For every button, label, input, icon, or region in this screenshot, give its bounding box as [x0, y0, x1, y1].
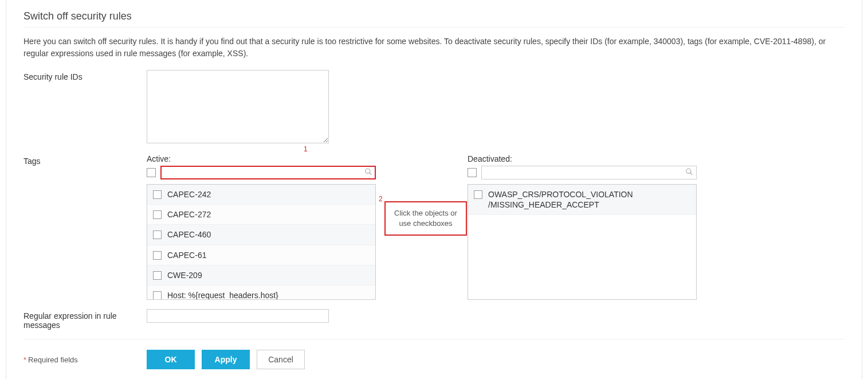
- list-item[interactable]: CAPEC-460: [147, 225, 375, 245]
- item-label: OWASP_CRS/PROTOCOL_VIOLATION /MISSING_HE…: [488, 189, 690, 210]
- rule-ids-textarea[interactable]: [147, 70, 329, 143]
- annotation-1: 1: [304, 146, 308, 153]
- button-row: *Required fields OK Apply Cancel: [23, 339, 845, 369]
- list-item[interactable]: OWASP_CRS/PROTOCOL_VIOLATION /MISSING_HE…: [468, 185, 696, 215]
- item-label: CAPEC-242: [167, 189, 370, 200]
- item-label: CAPEC-460: [167, 229, 370, 240]
- item-label: CAPEC-272: [167, 209, 370, 220]
- annotation-2: 2: [379, 196, 383, 202]
- row-tags: Tags 1 2 Active:: [23, 154, 845, 300]
- item-checkbox[interactable]: [153, 271, 162, 280]
- required-fields-note: *Required fields: [23, 355, 147, 364]
- deactivated-list[interactable]: OWASP_CRS/PROTOCOL_VIOLATION /MISSING_HE…: [468, 184, 697, 300]
- hint-callout: Click the objects or use checkboxes: [384, 201, 467, 236]
- row-regex: Regular expression in rule messages: [23, 309, 845, 330]
- deactivated-search-input[interactable]: [481, 166, 697, 179]
- tags-label: Tags: [23, 154, 147, 166]
- list-item[interactable]: CAPEC-61: [147, 245, 375, 265]
- deactivated-select-all-checkbox[interactable]: [468, 168, 477, 177]
- list-item[interactable]: CAPEC-242: [147, 185, 375, 205]
- item-checkbox[interactable]: [153, 251, 162, 260]
- required-star-icon: *: [23, 355, 26, 364]
- ok-button[interactable]: OK: [147, 350, 195, 369]
- regex-input[interactable]: [147, 309, 329, 323]
- tags-active-column: Active:: [147, 154, 376, 300]
- item-checkbox[interactable]: [153, 291, 162, 300]
- required-fields-label: Required fields: [28, 355, 78, 364]
- item-label: CWE-209: [167, 270, 370, 280]
- item-label: CAPEC-61: [167, 250, 370, 260]
- cancel-button[interactable]: Cancel: [257, 350, 305, 369]
- item-checkbox[interactable]: [474, 190, 482, 199]
- item-label: Host: %{request_headers.host}: [167, 290, 370, 300]
- item-checkbox[interactable]: [153, 230, 162, 239]
- item-checkbox[interactable]: [153, 210, 162, 219]
- apply-button[interactable]: Apply: [202, 350, 250, 369]
- tags-deactivated-label: Deactivated:: [468, 154, 697, 163]
- tags-container: 1 2 Active:: [147, 154, 845, 300]
- row-rule-ids: Security rule IDs: [23, 70, 845, 145]
- tags-deactivated-column: Deactivated:: [468, 154, 697, 300]
- section-description: Here you can switch off security rules. …: [23, 36, 845, 60]
- list-item[interactable]: CAPEC-272: [147, 205, 375, 225]
- active-select-all-checkbox[interactable]: [147, 168, 156, 177]
- regex-label: Regular expression in rule messages: [23, 309, 147, 330]
- list-item[interactable]: Host: %{request_headers.host}: [147, 286, 375, 300]
- list-item[interactable]: CWE-209: [147, 265, 375, 286]
- active-search-input[interactable]: [160, 166, 376, 179]
- item-checkbox[interactable]: [153, 190, 162, 199]
- tags-active-label: Active:: [147, 154, 376, 163]
- rule-ids-label: Security rule IDs: [23, 70, 147, 81]
- active-list[interactable]: CAPEC-242 CAPEC-272 CAPEC-460: [147, 184, 376, 300]
- section-title: Switch off security rules: [23, 0, 845, 28]
